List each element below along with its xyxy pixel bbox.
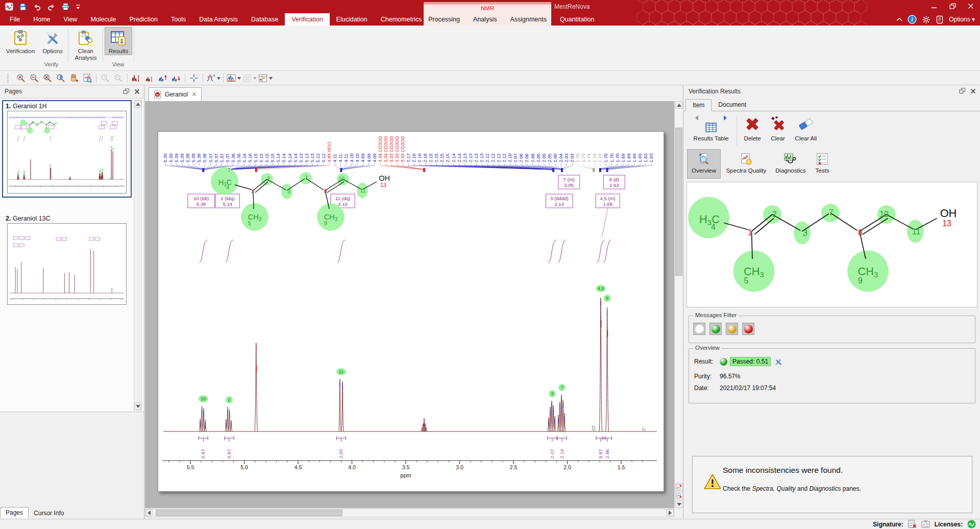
gear-icon[interactable] [922,15,930,24]
menu-tab-molecule[interactable]: Molecule [84,13,122,26]
minimize-button[interactable] [925,0,943,12]
info-icon[interactable]: i [908,15,917,24]
toolbar-fit-mode-button[interactable] [242,72,257,84]
filter-failed-button[interactable] [742,323,754,335]
menu-tab-chemometrics[interactable]: Chemometrics [374,13,423,26]
menu-tab-database[interactable]: Database [244,13,285,26]
toolbar-stack-mode-button[interactable] [226,72,241,84]
pages-scrollbar[interactable] [134,100,142,411]
next-result-icon[interactable] [722,115,728,121]
menu-tab-data-analysis[interactable]: Data Analysis [192,13,244,26]
dropdown-arrow-icon[interactable] [217,77,220,80]
menu-tab-tools[interactable]: Tools [164,13,192,26]
toolbar-pan-button[interactable] [68,72,80,84]
app-logo-icon[interactable] [5,3,13,11]
dropdown-arrow-icon[interactable] [237,77,241,80]
filter-all-button[interactable] [693,323,705,335]
toolbar-increase-intensity-button[interactable] [157,72,169,84]
menu-tab-home[interactable]: Home [27,13,57,26]
scroll-down-icon[interactable] [675,500,682,508]
horizontal-scrollbar[interactable] [145,509,674,517]
undo-icon[interactable] [33,3,41,11]
scroll-right-icon[interactable] [667,509,674,516]
document-tab-geraniol[interactable]: Geraniol ✕ [149,87,202,101]
float-panel-icon[interactable] [959,88,966,94]
page-canvas[interactable]: 5.395.395.395.395.385.385.385.385.375.37… [145,101,674,508]
filter-warning-button[interactable] [726,323,738,335]
close-button[interactable] [962,0,980,12]
menu-tab-prediction[interactable]: Prediction [122,13,164,26]
menu-tab-assignments[interactable]: Assignments [503,13,553,26]
scroll-left-icon[interactable] [145,509,153,516]
results-table-button[interactable]: Results Table [689,114,733,148]
scroll-up-icon[interactable] [675,101,682,109]
toolbar-zoom-selection-button[interactable] [55,72,67,84]
collapse-ribbon-icon[interactable] [896,17,902,21]
toolbar-grip-button[interactable] [2,72,14,84]
float-panel-icon[interactable] [123,88,130,94]
next-page-icon[interactable] [675,492,683,499]
menu-tab-analysis[interactable]: Analysis [467,13,504,26]
save-icon[interactable] [19,3,27,11]
customize-toolbar-icon[interactable] [76,3,81,10]
diagnostics-button[interactable]: Diagnostics [772,150,809,178]
toolbar-item-properties-button[interactable] [258,72,273,84]
close-document-icon[interactable]: ✕ [191,91,197,98]
page-item-geraniol-13c[interactable]: 2. Geraniol 13C [3,213,131,308]
close-panel-icon[interactable] [134,89,140,94]
overview-button[interactable]: Overview [688,150,720,178]
licenses-status-icon[interactable] [967,520,976,528]
vertical-scroll-thumb[interactable] [675,128,682,276]
previous-page-icon[interactable] [675,483,683,491]
nmr-spectrum[interactable]: 5.395.395.395.395.385.385.385.385.375.37… [158,132,664,491]
toolbar-zoom-next-button[interactable] [112,72,125,84]
toolbar-zoom-fit-button[interactable] [41,72,54,84]
toolbar-peak-picking-button[interactable] [206,72,220,84]
tab-item[interactable]: Item [685,99,712,111]
clear-all-button[interactable]: Clear All [791,114,821,148]
molecule-viewer[interactable]: H3CCH3CH3OH12378101145913 [687,182,977,307]
menu-tab-quantitation[interactable]: Quantitation [553,13,601,26]
toolbar-expand-region-button[interactable] [143,72,156,84]
verification-settings-icon[interactable] [773,357,783,366]
print-icon[interactable] [61,3,70,11]
dropdown-arrow-icon[interactable] [253,77,257,80]
close-panel-icon[interactable] [970,88,976,94]
page-item-geraniol-1h[interactable]: 1. Geraniol 1H [3,101,131,197]
menu-tab-view[interactable]: View [57,13,84,26]
options-dropdown[interactable]: Options ▾ [949,16,975,23]
ribbon-clean-analysis-button[interactable]: Clean Analysis [70,28,102,61]
ribbon-verification-button[interactable]: Verification [4,28,37,55]
tab-cursor-info[interactable]: Cursor Info [29,508,69,518]
toolbar-page-preview-button[interactable] [81,72,93,84]
menu-tab-elucidation[interactable]: Elucidation [330,13,374,26]
tab-document[interactable]: Document [712,99,753,111]
toolbar-zoom-in-button[interactable] [15,72,27,84]
filter-passed-button[interactable] [709,323,722,335]
vertical-scrollbar[interactable] [674,101,683,508]
restore-button[interactable] [943,0,962,12]
delete-button[interactable]: Delete [740,114,765,148]
dropdown-arrow-icon[interactable] [269,77,273,80]
tests-button[interactable]: Tests [811,150,834,178]
scroll-down-icon[interactable] [134,402,141,410]
spectra-quality-button[interactable]: Spectra Quality [722,150,770,178]
toolbar-crosshair-button[interactable] [188,72,200,84]
clear-button[interactable]: Clear [766,114,790,148]
signature-badge-icon[interactable] [921,520,930,528]
menu-tab-verification[interactable]: Verification [285,13,329,26]
licenses-book-icon[interactable] [936,15,944,24]
toolbar-zoom-previous-button[interactable] [99,72,111,84]
toolbar-zoom-out-button[interactable] [28,72,40,84]
toolbar-full-spectrum-button[interactable] [130,72,142,84]
toolbar-decrease-intensity-button[interactable] [170,72,182,84]
signature-document-icon[interactable] [908,520,917,528]
tab-pages[interactable]: Pages [0,507,29,518]
menu-tab-processing[interactable]: Processing [422,13,467,26]
menu-tab-file[interactable]: File [3,13,27,26]
previous-result-icon[interactable] [694,115,700,121]
scroll-up-icon[interactable] [134,100,141,108]
ribbon-options-button[interactable]: Options [39,28,66,55]
redo-icon[interactable] [47,3,56,11]
ribbon-results-button[interactable]: Results [105,28,132,55]
